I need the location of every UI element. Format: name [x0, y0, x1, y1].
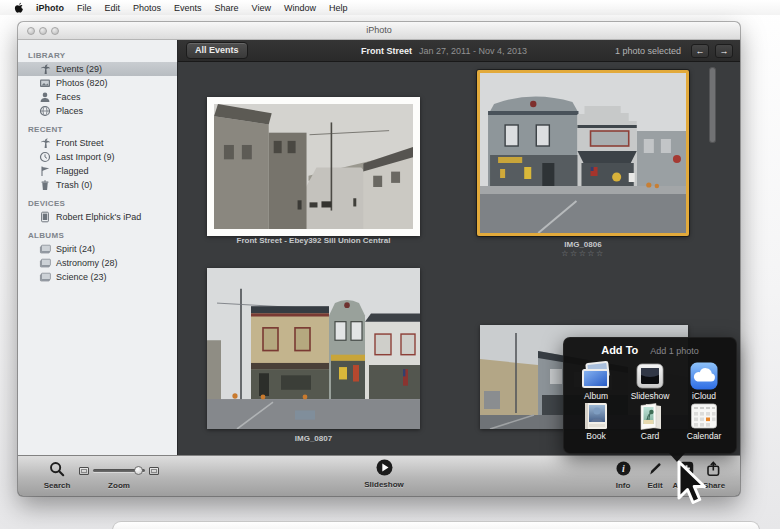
mouse-cursor-arrow [672, 459, 708, 513]
sidebar-item-front-street[interactable]: Front Street [18, 136, 177, 150]
ipad-icon [39, 211, 51, 223]
album-icon [39, 243, 51, 255]
edit-button[interactable]: Edit [640, 461, 670, 490]
zoom-slider[interactable]: Zoom [76, 461, 162, 490]
sidebar-item-label: Astronomy (28) [56, 258, 118, 268]
zoom-slider-track[interactable] [93, 469, 145, 472]
card-icon [634, 401, 666, 431]
popup-item-album[interactable]: Album [569, 361, 623, 401]
sidebar-item-label: Front Street [56, 138, 104, 148]
photo-thumbnail-front-street-bw[interactable] [207, 97, 420, 236]
photos-icon [39, 77, 51, 89]
places-globe-icon [39, 105, 51, 117]
play-circle-icon [376, 459, 393, 480]
sidebar-item-spirit[interactable]: Spirit (24) [18, 242, 177, 256]
bottom-toolbar: Search Zoom Slideshow i Info Edit [18, 455, 740, 496]
selection-status: 1 photo selected [615, 46, 681, 56]
sidebar-item-photos[interactable]: Photos (820) [18, 76, 177, 90]
clock-icon [39, 151, 51, 163]
previous-event-button[interactable]: ← [691, 44, 709, 58]
menu-view[interactable]: View [252, 3, 271, 13]
event-header-bar: All Events Front StreetJan 27, 2011 - No… [178, 40, 740, 62]
popup-item-icloud[interactable]: iCloud [677, 361, 731, 401]
menu-iphoto[interactable]: iPhoto [36, 3, 64, 13]
pencil-icon [648, 461, 663, 480]
sidebar-section-devices: DEVICES [18, 192, 177, 210]
book-icon [580, 401, 612, 431]
slideshow-screen-icon [634, 361, 666, 391]
popup-title: Add To [601, 344, 638, 356]
menu-file[interactable]: File [77, 3, 92, 13]
menu-events[interactable]: Events [174, 3, 202, 13]
sidebar-item-ipad[interactable]: Robert Elphick's iPad [18, 210, 177, 224]
svg-text:i: i [622, 463, 625, 474]
sidebar-item-last-import[interactable]: Last Import (9) [18, 150, 177, 164]
photo-thumbnail-img-0807[interactable] [207, 268, 420, 429]
sidebar-item-label: Science (23) [56, 272, 107, 282]
slideshow-button[interactable]: Slideshow [358, 460, 410, 489]
events-palm-icon [39, 63, 51, 75]
photo-thumbnail-img-0806[interactable] [477, 70, 689, 236]
menu-bar: iPhoto File Edit Photos Events Share Vie… [0, 0, 780, 15]
photo-caption[interactable]: Front Street - Ebey392 Sill Union Centra… [207, 236, 420, 245]
album-icon [39, 271, 51, 283]
sidebar-item-astronomy[interactable]: Astronomy (28) [18, 256, 177, 270]
event-palm-icon [39, 137, 51, 149]
menu-share[interactable]: Share [215, 3, 239, 13]
icloud-icon [688, 361, 720, 391]
sidebar-item-label: Faces [56, 92, 81, 102]
popup-item-book[interactable]: Book [569, 401, 623, 441]
star-rating[interactable]: ☆☆☆☆☆ [477, 249, 689, 258]
sidebar-item-flagged[interactable]: Flagged [18, 164, 177, 178]
zoom-slider-knob[interactable] [134, 466, 143, 475]
faces-icon [39, 91, 51, 103]
search-icon [49, 461, 65, 481]
event-title-area: Front StreetJan 27, 2011 - Nov 4, 2013 [298, 46, 590, 56]
sidebar-section-albums: ALBUMS [18, 224, 177, 242]
event-title: Front Street [361, 46, 412, 56]
add-to-popup: Add To Add 1 photo Album [563, 337, 737, 454]
sidebar-item-label: Photos (820) [56, 78, 108, 88]
info-icon: i [616, 461, 631, 480]
menu-photos[interactable]: Photos [133, 3, 161, 13]
popup-item-slideshow[interactable]: Slideshow [623, 361, 677, 401]
share-icon [706, 461, 722, 481]
sidebar-item-label: Places [56, 106, 83, 116]
vertical-scrollbar[interactable] [709, 67, 716, 143]
sidebar-item-label: Last Import (9) [56, 152, 115, 162]
arrow-left-icon: ← [696, 46, 705, 56]
sidebar-section-recent: RECENT [18, 118, 177, 136]
sidebar-item-science[interactable]: Science (23) [18, 270, 177, 284]
popup-item-calendar[interactable]: Calendar [677, 401, 731, 441]
album-icon [39, 257, 51, 269]
window-title: iPhoto [18, 25, 740, 35]
calendar-icon [688, 401, 720, 431]
sidebar-item-label: Trash (0) [56, 180, 92, 190]
search-button[interactable]: Search [38, 461, 76, 490]
zoom-out-thumbnail-icon [79, 467, 89, 475]
menu-help[interactable]: Help [329, 3, 348, 13]
apple-menu-icon[interactable] [13, 2, 23, 13]
photo-caption[interactable]: IMG_0807 [207, 434, 420, 443]
menu-window[interactable]: Window [284, 3, 316, 13]
menu-edit[interactable]: Edit [105, 3, 121, 13]
sidebar-item-faces[interactable]: Faces [18, 90, 177, 104]
sidebar-item-label: Robert Elphick's iPad [56, 212, 141, 222]
sidebar-item-places[interactable]: Places [18, 104, 177, 118]
next-event-button[interactable]: → [715, 44, 733, 58]
sidebar-item-label: Events (29) [56, 64, 102, 74]
photo-caption[interactable]: IMG_0806 [477, 240, 689, 249]
sidebar-section-library: LIBRARY [18, 44, 177, 62]
popup-subtitle: Add 1 photo [650, 346, 699, 356]
popup-item-card[interactable]: Card [623, 401, 677, 441]
event-date-range: Jan 27, 2011 - Nov 4, 2013 [419, 46, 527, 56]
title-bar[interactable]: iPhoto [18, 22, 740, 40]
info-button[interactable]: i Info [607, 461, 639, 490]
sidebar-item-trash[interactable]: Trash (0) [18, 178, 177, 192]
sidebar-item-events[interactable]: Events (29) [18, 62, 177, 76]
all-events-button[interactable]: All Events [186, 42, 248, 59]
screen: iPhoto File Edit Photos Events Share Vie… [0, 0, 780, 529]
trash-icon [39, 179, 51, 191]
album-stack-icon [580, 361, 612, 391]
dock-top-edge [112, 521, 760, 529]
